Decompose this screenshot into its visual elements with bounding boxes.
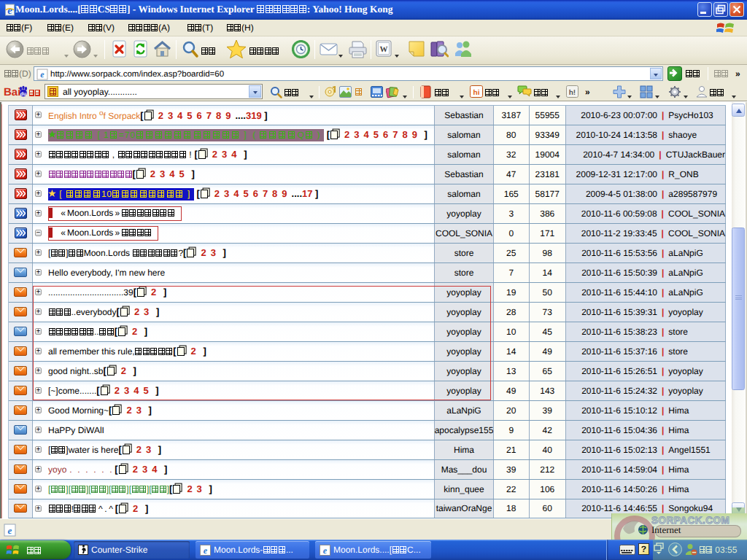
svg-text:e: e <box>40 69 44 79</box>
svg-text:e: e <box>204 545 208 555</box>
svg-text:h!: h! <box>569 89 576 97</box>
svg-text:e: e <box>323 545 328 555</box>
svg-text:du: du <box>20 91 27 97</box>
svg-text:W: W <box>380 45 388 54</box>
svg-text:hi: hi <box>473 89 480 97</box>
svg-text:e: e <box>8 525 12 536</box>
svg-text:e: e <box>7 5 12 16</box>
